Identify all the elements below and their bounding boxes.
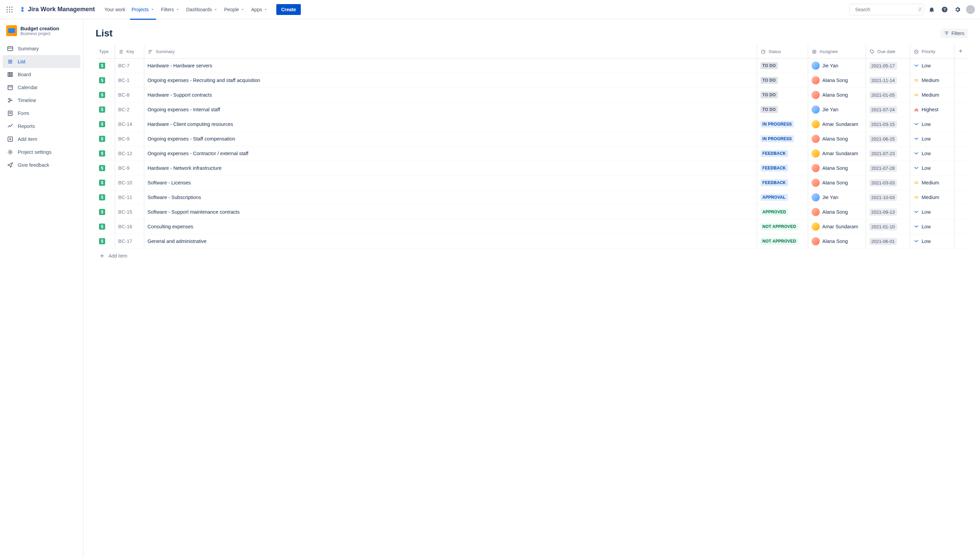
table-row[interactable]: $ BC-15 Software - Support maintenance c…	[95, 205, 968, 220]
table-row[interactable]: $ BC-9 Hardware - Network infrastructure…	[95, 161, 968, 176]
due-date[interactable]: 2021-07-24	[869, 106, 897, 113]
priority-cell[interactable]: Low	[914, 209, 951, 215]
issue-summary[interactable]: Hardware - Hardware servers	[144, 59, 757, 73]
status-lozenge[interactable]: IN PROGRESS	[760, 135, 794, 142]
due-date[interactable]: 2021-01-05	[869, 92, 897, 98]
sidebar-item-timeline[interactable]: Timeline	[3, 94, 80, 107]
nav-item-your-work[interactable]: Your work	[102, 5, 128, 14]
assignee-cell[interactable]: Amar Sundaram	[812, 120, 862, 128]
sidebar-item-give-feedback[interactable]: Give feedback	[3, 159, 80, 171]
due-date[interactable]: 2021-07-28	[869, 165, 897, 172]
status-lozenge[interactable]: TO DO	[760, 77, 778, 84]
table-row[interactable]: $ BC-10 Software - Licenses FEEDBACK Ala…	[95, 176, 968, 190]
assignee-cell[interactable]: Alana Song	[812, 179, 862, 187]
table-row[interactable]: $ BC-7 Hardware - Hardware servers TO DO…	[95, 59, 968, 73]
issue-key[interactable]: BC-8	[115, 88, 144, 102]
issue-key[interactable]: BC-9	[115, 161, 144, 176]
sidebar-item-summary[interactable]: Summary	[3, 42, 80, 55]
table-row[interactable]: $ BC-16 Consulting expenses NOT APPROVED…	[95, 220, 968, 234]
table-row[interactable]: $ BC-11 Software - Subscriptions APPROVA…	[95, 190, 968, 205]
sidebar-item-reports[interactable]: Reports	[3, 120, 80, 133]
table-row[interactable]: $ BC-9 Ongoing expenses - Staff compensa…	[95, 132, 968, 146]
nav-item-dashboards[interactable]: Dashboards	[184, 5, 221, 14]
issue-summary[interactable]: Software - Subscriptions	[144, 190, 757, 205]
sidebar-item-board[interactable]: Board	[3, 68, 80, 81]
column-assignee[interactable]: Assignee	[808, 45, 866, 59]
issue-summary[interactable]: Software - Support maintenance contracts	[144, 205, 757, 220]
issue-summary[interactable]: Hardware - Client computing resources	[144, 117, 757, 132]
nav-item-projects[interactable]: Projects	[129, 5, 158, 14]
issue-summary[interactable]: Ongoing expenses - Staff compensation	[144, 132, 757, 146]
assignee-cell[interactable]: Alana Song	[812, 135, 862, 143]
product-logo[interactable]: Jira Work Management	[16, 6, 98, 13]
priority-cell[interactable]: Medium	[914, 77, 951, 83]
assignee-cell[interactable]: Alana Song	[812, 208, 862, 216]
status-lozenge[interactable]: APPROVAL	[760, 194, 788, 201]
priority-cell[interactable]: Medium	[914, 195, 951, 200]
project-header[interactable]: Budget creation Business project	[3, 25, 80, 42]
status-lozenge[interactable]: IN PROGRESS	[760, 121, 794, 128]
assignee-cell[interactable]: Alana Song	[812, 237, 862, 245]
issue-summary[interactable]: Hardware - Support contracts	[144, 88, 757, 102]
help-icon[interactable]: ?	[939, 4, 950, 15]
due-date[interactable]: 2021-03-15	[869, 121, 897, 128]
issue-key[interactable]: BC-1	[115, 73, 144, 88]
priority-cell[interactable]: Low	[914, 151, 951, 156]
assignee-cell[interactable]: Jie Yan	[812, 105, 862, 114]
status-lozenge[interactable]: FEEDBACK	[760, 165, 788, 171]
issue-key[interactable]: BC-17	[115, 234, 144, 249]
status-lozenge[interactable]: TO DO	[760, 62, 778, 69]
sidebar-item-add-item[interactable]: Add item	[3, 133, 80, 146]
assignee-cell[interactable]: Amar Sundaram	[812, 149, 862, 158]
priority-cell[interactable]: Medium	[914, 92, 951, 98]
profile-avatar[interactable]	[965, 4, 976, 15]
due-date[interactable]: 2021-07-23	[869, 150, 897, 157]
issue-key[interactable]: BC-2	[115, 102, 144, 117]
issue-summary[interactable]: Ongoing expenses - Recruiting and staff …	[144, 73, 757, 88]
issue-key[interactable]: BC-10	[115, 176, 144, 190]
issue-key[interactable]: BC-16	[115, 220, 144, 234]
due-date[interactable]: 2021-11-14	[869, 77, 897, 84]
due-date[interactable]: 2021-09-13	[869, 208, 897, 216]
sidebar-item-form[interactable]: Form	[3, 107, 80, 120]
issue-summary[interactable]: Software - Licenses	[144, 176, 757, 190]
status-lozenge[interactable]: TO DO	[760, 106, 778, 113]
assignee-cell[interactable]: Amar Sundaram	[812, 223, 862, 231]
issue-key[interactable]: BC-7	[115, 59, 144, 73]
due-date[interactable]: 2021-01-10	[869, 223, 897, 230]
notifications-icon[interactable]	[926, 4, 937, 15]
search-input[interactable]	[855, 7, 915, 12]
assignee-cell[interactable]: Alana Song	[812, 91, 862, 99]
create-button[interactable]: Create	[276, 4, 301, 15]
sidebar-item-calendar[interactable]: Calendar	[3, 81, 80, 94]
issue-summary[interactable]: Consulting expenses	[144, 220, 757, 234]
priority-cell[interactable]: Low	[914, 224, 951, 229]
status-lozenge[interactable]: FEEDBACK	[760, 150, 788, 157]
status-lozenge[interactable]: TO DO	[760, 92, 778, 98]
issue-key[interactable]: BC-11	[115, 190, 144, 205]
app-switcher-icon[interactable]	[4, 4, 15, 15]
sidebar-item-list[interactable]: List	[3, 55, 80, 68]
due-date[interactable]: 2021-03-03	[869, 179, 897, 187]
sidebar-item-project-settings[interactable]: Project settings	[3, 146, 80, 159]
settings-icon[interactable]	[952, 4, 963, 15]
column-type[interactable]: Type	[95, 45, 115, 59]
assignee-cell[interactable]: Jie Yan	[812, 62, 862, 70]
priority-cell[interactable]: Highest	[914, 107, 951, 112]
issue-key[interactable]: BC-9	[115, 132, 144, 146]
assignee-cell[interactable]: Jie Yan	[812, 193, 862, 202]
column-summary[interactable]: Summary	[144, 45, 757, 59]
due-date[interactable]: 2021-10-03	[869, 194, 897, 201]
issue-summary[interactable]: General and administrative	[144, 234, 757, 249]
issue-summary[interactable]: Ongoing expenses - Contractor / external…	[144, 146, 757, 161]
table-row[interactable]: $ BC-17 General and administrative NOT A…	[95, 234, 968, 249]
filters-button[interactable]: Filters	[941, 29, 968, 38]
status-lozenge[interactable]: NOT APPROVED	[760, 238, 798, 245]
nav-item-people[interactable]: People	[222, 5, 248, 14]
column-status[interactable]: Status	[757, 45, 808, 59]
assignee-cell[interactable]: Alana Song	[812, 76, 862, 84]
table-row[interactable]: $ BC-8 Hardware - Support contracts TO D…	[95, 88, 968, 102]
table-row[interactable]: $ BC-1 Ongoing expenses - Recruiting and…	[95, 73, 968, 88]
issue-key[interactable]: BC-14	[115, 117, 144, 132]
issue-summary[interactable]: Ongoing expenses - Internal staff	[144, 102, 757, 117]
